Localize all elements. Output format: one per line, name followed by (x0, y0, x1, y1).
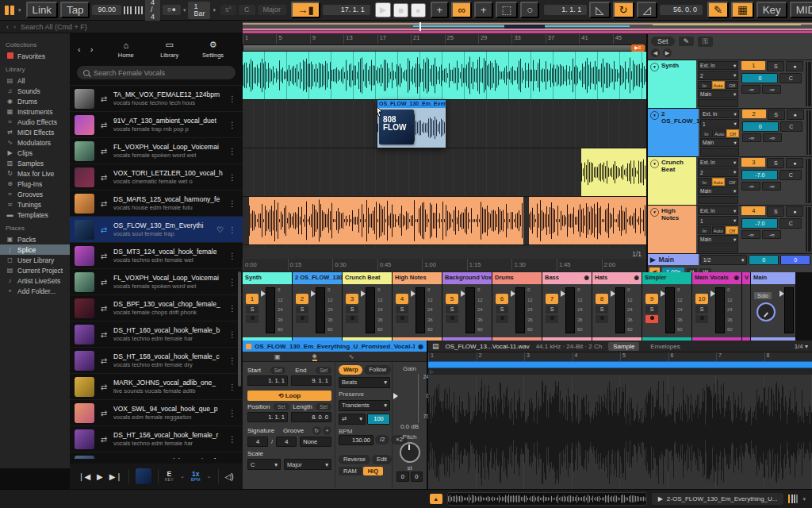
main-volume-fader[interactable] (784, 287, 794, 333)
signature-numerator[interactable]: 4 (247, 437, 268, 447)
loop-position-value[interactable]: 1. 1. 1 (247, 412, 288, 422)
mixer-strip[interactable]: Hats ◉ 8 S 01224 3660 (592, 272, 642, 341)
strip-activator-number[interactable]: 9 (645, 294, 658, 304)
sidebar-library-item[interactable]: ◉ Drums (6, 96, 70, 106)
track-volume-value[interactable]: 0 (741, 73, 778, 83)
groove-add-icon[interactable]: + (323, 426, 331, 435)
set-length-button[interactable]: Set (316, 403, 331, 410)
dragged-clip[interactable]: OS_FLOW_130_Em_Every 808 FLOW (377, 100, 446, 148)
sidebar-places-item[interactable]: ♪ Artist LiveSets (6, 275, 70, 286)
mixer-strip[interactable]: Background Vox ◉ 5 S 01224 3660 (442, 272, 492, 341)
strip-arm-button[interactable] (546, 315, 558, 323)
hiq-button[interactable]: HiQ (363, 467, 383, 476)
loop-length-value[interactable]: 8. 0. 0 (291, 412, 331, 422)
track-solo-button[interactable]: S (767, 61, 784, 71)
clip-scale-root[interactable]: C▾ (247, 459, 281, 470)
input-channel-select[interactable]: 2▾ (698, 71, 738, 79)
sample-preview-icon[interactable]: ⇄ (99, 304, 109, 313)
tap-tempo-button[interactable]: Tap (60, 2, 90, 18)
output-select[interactable]: Main▾ (698, 90, 738, 98)
groove-amount-icon[interactable]: ○● (163, 5, 181, 15)
sample-preview-icon[interactable]: ⇄ (99, 121, 109, 129)
send-b-value[interactable]: -∞ (762, 85, 781, 94)
track-volume-value[interactable]: -7.0 (741, 218, 778, 229)
output-select[interactable]: Main▾ (698, 187, 738, 195)
main-track-header[interactable]: ▶ Main 1/2▾ 0 0 (648, 253, 812, 265)
bpm-halve-button[interactable]: /2 (375, 435, 389, 444)
pitch-coarse-value[interactable]: 0 (396, 471, 409, 482)
mixer-strip-name[interactable]: Bass (545, 274, 559, 284)
warp-button[interactable]: Warp (339, 365, 362, 375)
strip-volume-fader[interactable] (565, 287, 575, 333)
sample-list-item[interactable]: ⇄ DS_HT_156_vocal_hook_female_r vocals t… (70, 426, 243, 452)
clip-end-value[interactable]: 9. 1. 1 (291, 375, 331, 386)
strip-volume-fader[interactable] (416, 287, 425, 333)
track-pan-value[interactable]: C (779, 73, 802, 83)
mixer-strip-name[interactable]: High Notes (395, 274, 427, 284)
sample-loop-brace[interactable] (428, 361, 812, 368)
track-number-activator[interactable]: 1 (741, 61, 765, 70)
follow-playhead-button[interactable]: ▶≡ (631, 44, 645, 52)
capture-selection-icon[interactable]: ⬚ (496, 2, 519, 18)
main-volume-value[interactable]: 0 (749, 255, 779, 265)
draw-mode-pencil-icon[interactable]: ✎ (707, 2, 729, 18)
sidebar-item-favorites[interactable]: Favorites (6, 51, 70, 61)
link-button[interactable]: Link (26, 2, 58, 18)
input-channel-select[interactable]: 1▾ (698, 216, 738, 225)
track-pan-value[interactable]: C (779, 170, 802, 180)
strip-volume-fader[interactable] (266, 287, 275, 333)
main-pan-value[interactable]: 0 (780, 255, 810, 265)
sidebar-library-item[interactable]: ≍ Tunings (6, 199, 70, 210)
strip-activator-number[interactable]: 2 (296, 294, 308, 304)
sidebar-library-item[interactable]: ∿ Modulators (6, 137, 70, 148)
strip-volume-fader[interactable] (515, 287, 525, 333)
strip-solo-button[interactable]: S (346, 306, 358, 314)
sidebar-places-item[interactable]: ʃ Splice (0, 244, 70, 255)
mixer-strip-name[interactable]: Crunch Beat (345, 274, 381, 284)
splice-tab-home[interactable]: ⌂Home (104, 40, 147, 59)
strip-fold-icon[interactable]: ◉ (584, 274, 589, 284)
strip-activator-number[interactable]: 8 (596, 294, 608, 304)
monitor-auto[interactable]: Auto (712, 226, 725, 234)
previous-track-icon[interactable]: ❘◀ (78, 472, 90, 481)
track-fold-icon[interactable]: ▾ (650, 160, 659, 168)
mixer-strip[interactable]: High Notes ◉ 4 S 01224 3660 (393, 272, 442, 341)
mixer-strip-collapsed[interactable]: V (742, 272, 751, 341)
audio-tab-icon[interactable]: ◈ (312, 352, 317, 361)
sidebar-library-item[interactable]: ≈ Grooves (6, 189, 70, 199)
track-header[interactable]: ▾ Crunch Beat Ext. In▾ 2▾ In Auto Off Ma… (648, 156, 812, 205)
sidebar-library-item[interactable]: ⊕ Plug-Ins (6, 179, 70, 189)
arrangement-position[interactable]: 17. 1. 1 (323, 5, 370, 15)
strip-solo-button[interactable]: S (695, 306, 708, 314)
sample-preview-icon[interactable]: ⇄ (99, 356, 109, 365)
send-b-value[interactable]: -∞ (762, 182, 781, 190)
sample-preview-icon[interactable]: ⇄ (99, 147, 109, 156)
mixer-strip[interactable]: Crunch Beat ◉ 3 S 01224 3660 (343, 272, 393, 341)
strip-arm-button[interactable] (695, 315, 708, 323)
now-playing-chip[interactable]: ▶ 2-OS_FLOW_130_Em_Everything_U... (652, 493, 784, 505)
play-button[interactable]: ▶ (375, 2, 391, 17)
sample-waveform[interactable] (428, 375, 812, 491)
strip-solo-button[interactable]: S (596, 306, 608, 314)
loop-button[interactable]: ↻ (613, 2, 634, 18)
scale-name-select[interactable]: Major (258, 5, 287, 15)
track-arm-button[interactable]: ● (786, 61, 803, 71)
send-b-value[interactable]: -∞ (763, 133, 782, 142)
strip-arm-button[interactable] (596, 315, 608, 323)
output-select[interactable]: Main▾ (700, 138, 739, 147)
main-track-lane[interactable]: 1/1 (243, 248, 646, 259)
marker-next-icon[interactable]: ▶ (663, 48, 672, 57)
splice-tab-settings[interactable]: ⚙Settings (191, 40, 235, 59)
track-fold-icon[interactable]: ▾ (650, 63, 659, 71)
sample-list-item[interactable]: ⇄ FL_VOXPH_Vocal_Loop_Voicemai vocals fe… (70, 138, 243, 164)
mixer-strip-name[interactable]: Hats (595, 274, 607, 284)
strip-activator-number[interactable]: 1 (246, 294, 259, 304)
volume-icon[interactable]: ◁) (225, 472, 234, 481)
strip-solo-button[interactable]: S (246, 306, 259, 314)
input-type-select[interactable]: Ext. In▾ (698, 158, 738, 167)
sample-menu-icon[interactable]: ⋮ (228, 121, 238, 129)
nudge-metronome-icons[interactable] (124, 6, 143, 14)
monitor-off[interactable]: Off (726, 81, 738, 89)
track-solo-button[interactable]: S (767, 206, 784, 217)
mixer-strip[interactable]: 2 OS_FLOW_130 ◉ 2 S 01224 3660 (293, 272, 343, 341)
